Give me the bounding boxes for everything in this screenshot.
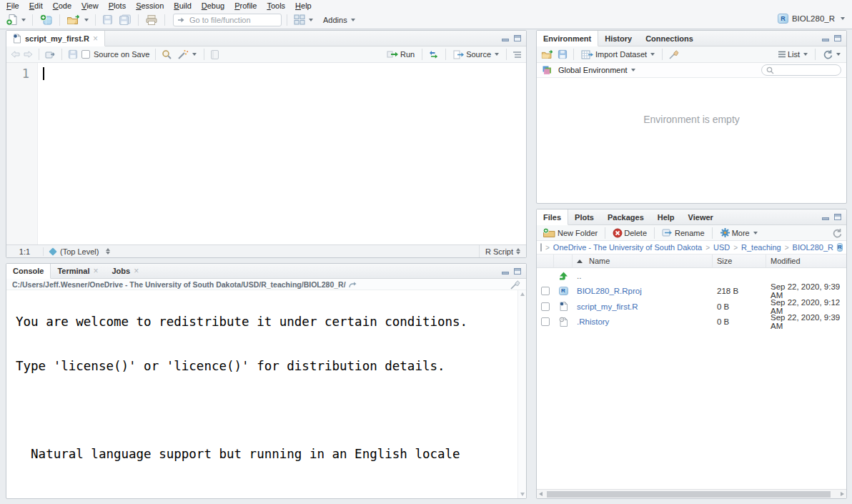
refresh-files-icon[interactable] [832, 228, 842, 238]
tab-script-my-first[interactable]: script_my_first.R × [6, 31, 105, 46]
console-output-area[interactable]: You are welcome to redistribute it under… [6, 290, 526, 498]
tab-environment[interactable]: Environment [537, 31, 598, 46]
close-icon[interactable]: × [93, 266, 98, 276]
tab-history[interactable]: History [598, 31, 639, 46]
tab-viewer[interactable]: Viewer [682, 209, 720, 224]
file-link[interactable]: script_my_first.R [577, 302, 638, 311]
forward-icon[interactable] [24, 50, 33, 59]
scroll-up-icon[interactable] [520, 292, 525, 296]
import-dataset-button[interactable]: Import Dataset [580, 49, 656, 60]
scroll-left-icon[interactable] [539, 492, 543, 496]
file-checkbox[interactable] [541, 317, 550, 326]
code-tools-button[interactable] [176, 49, 198, 61]
tab-connections[interactable]: Connections [639, 31, 700, 46]
environment-search-box[interactable] [761, 64, 841, 76]
close-icon[interactable]: × [93, 34, 98, 44]
refresh-environment-button[interactable] [821, 49, 842, 60]
tab-files[interactable]: Files [537, 209, 568, 225]
clear-environment-icon[interactable] [668, 49, 679, 59]
menu-tools[interactable]: Tools [262, 1, 290, 11]
print-button[interactable] [144, 14, 159, 26]
new-file-button[interactable] [4, 13, 27, 26]
maximize-pane-icon[interactable] [834, 35, 841, 41]
open-file-button[interactable] [65, 14, 90, 26]
file-type-selector[interactable]: R Script [479, 245, 526, 257]
scroll-down-icon[interactable] [520, 493, 525, 496]
addins-button[interactable]: Addins [322, 15, 357, 25]
file-checkbox[interactable] [541, 287, 550, 295]
tab-packages[interactable]: Packages [601, 209, 651, 224]
column-header-name[interactable]: Name [573, 255, 713, 267]
clear-console-icon[interactable] [510, 280, 520, 290]
file-link[interactable]: BIOL280_R.Rproj [577, 287, 642, 295]
search-icon[interactable] [162, 49, 172, 60]
tab-help[interactable]: Help [651, 209, 682, 224]
save-workspace-icon[interactable] [558, 49, 568, 59]
new-folder-button[interactable]: New Folder [541, 227, 599, 239]
rerun-icon[interactable] [428, 50, 440, 59]
project-selector[interactable]: R BIOL280_R [778, 14, 845, 24]
scroll-right-icon[interactable] [841, 492, 844, 496]
source-button[interactable]: Source [452, 49, 500, 60]
environment-scope-selector[interactable]: Global Environment [557, 65, 637, 75]
column-header-size[interactable]: Size [713, 255, 766, 267]
table-row[interactable]: .Rhistory 0 B Sep 22, 2020, 9:39 AM [537, 315, 846, 330]
maximize-pane-icon[interactable] [514, 268, 521, 275]
delete-button[interactable]: Delete [611, 227, 648, 239]
menu-debug[interactable]: Debug [197, 1, 229, 11]
parent-directory-row[interactable]: .. [537, 268, 846, 284]
column-header-modified[interactable]: Modified [766, 255, 846, 267]
code-editor[interactable]: 1 [6, 63, 526, 244]
breadcrumb-usd[interactable]: USD [713, 243, 730, 252]
breadcrumb-biol280-r[interactable]: BIOL280_R [793, 243, 833, 252]
table-row[interactable]: R BIOL280_R.Rproj 218 B Sep 22, 2020, 9:… [537, 284, 846, 300]
list-view-button[interactable]: List [776, 49, 809, 59]
tab-jobs[interactable]: Jobs × [105, 264, 146, 278]
minimize-pane-icon[interactable] [822, 39, 829, 41]
maximize-pane-icon[interactable] [514, 35, 521, 41]
menu-session[interactable]: Session [131, 1, 169, 11]
goto-directory-icon[interactable] [349, 281, 357, 288]
parent-directory-link[interactable]: .. [577, 272, 581, 280]
source-on-save-checkbox[interactable] [81, 50, 90, 59]
tab-console[interactable]: Console [6, 264, 51, 279]
environment-search-input[interactable] [777, 66, 834, 74]
menu-build[interactable]: Build [169, 1, 196, 11]
close-icon[interactable]: × [134, 266, 139, 276]
tab-plots[interactable]: Plots [568, 209, 601, 224]
scrollbar-thumb[interactable] [547, 491, 831, 498]
minimize-pane-icon[interactable] [502, 39, 509, 41]
file-checkbox[interactable] [541, 302, 550, 311]
file-link[interactable]: .Rhistory [577, 317, 609, 326]
goto-file-input[interactable] [189, 16, 268, 24]
load-workspace-icon[interactable] [541, 49, 554, 60]
pane-layout-button[interactable] [292, 14, 314, 26]
back-icon[interactable] [11, 50, 20, 59]
save-icon[interactable] [68, 49, 78, 59]
menu-profile[interactable]: Profile [229, 1, 262, 11]
menu-help[interactable]: Help [290, 1, 317, 11]
minimize-pane-icon[interactable] [822, 217, 829, 220]
console-scrollbar[interactable] [517, 290, 526, 498]
compile-report-icon[interactable] [210, 49, 219, 60]
tab-terminal[interactable]: Terminal × [51, 264, 105, 278]
breadcrumb-r-teaching[interactable]: R_teaching [741, 243, 781, 252]
files-horizontal-scrollbar[interactable] [537, 489, 846, 498]
menu-plots[interactable]: Plots [104, 1, 131, 11]
new-project-button[interactable] [38, 13, 54, 26]
more-button[interactable]: More [718, 227, 759, 239]
save-button[interactable] [101, 14, 114, 26]
document-outline-icon[interactable] [512, 51, 522, 59]
save-all-button[interactable] [117, 14, 133, 26]
minimize-pane-icon[interactable] [502, 272, 509, 275]
menu-code[interactable]: Code [48, 1, 76, 11]
select-all-checkbox[interactable] [540, 243, 542, 252]
scope-selector[interactable]: (Top Level) [44, 247, 117, 256]
maximize-pane-icon[interactable] [834, 214, 841, 220]
goto-file-search[interactable] [173, 14, 282, 26]
menu-view[interactable]: View [76, 1, 104, 11]
table-row[interactable]: script_my_first.R 0 B Sep 22, 2020, 9:12… [537, 299, 846, 315]
open-in-window-icon[interactable] [45, 50, 56, 59]
menu-file[interactable]: File [1, 1, 24, 11]
rename-button[interactable]: Rename [660, 227, 706, 238]
